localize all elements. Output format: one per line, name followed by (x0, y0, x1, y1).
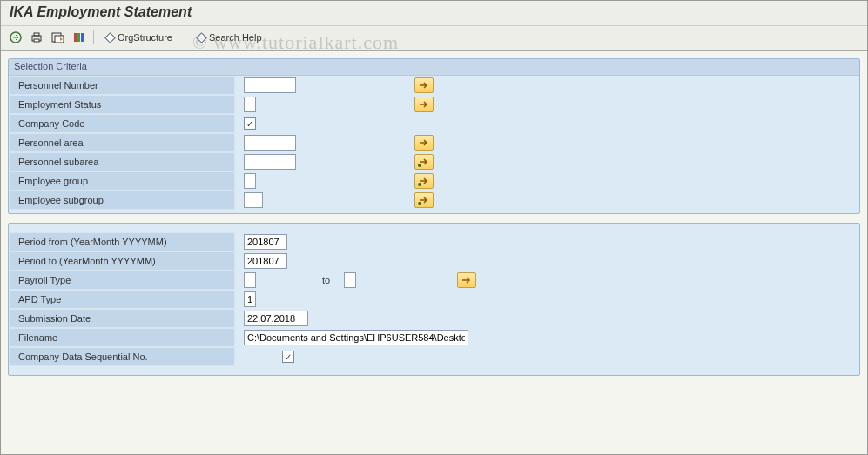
org-structure-button[interactable]: OrgStructure (101, 30, 178, 44)
employee-group-label: Employee group (9, 171, 235, 191)
execute-icon[interactable] (8, 30, 24, 45)
company-code-checkbox[interactable]: ✓ (244, 117, 256, 130)
variant-icon[interactable] (50, 30, 65, 45)
personnel-subarea-input[interactable] (244, 154, 296, 170)
selection-icon[interactable] (71, 30, 86, 45)
period-from-input[interactable] (244, 234, 287, 250)
personnel-subarea-multi-button[interactable] (414, 154, 434, 170)
arrow-right-icon (461, 276, 472, 284)
personnel-area-input[interactable] (244, 135, 296, 151)
search-help-label: Search Help (209, 32, 262, 43)
parameters-group: Period from (YearMonth YYYYMM) Period to… (8, 223, 860, 376)
row-submission-date: Submission Date (9, 309, 859, 328)
submission-date-input[interactable] (244, 311, 308, 326)
company-seq-label: Company Data Sequential No. (9, 347, 235, 366)
row-company-code: Company Code ✓ (9, 114, 859, 133)
employee-group-input[interactable] (244, 173, 256, 189)
diamond-icon (104, 32, 116, 43)
period-to-label: Period to (YearMonth YYYYMM) (9, 251, 235, 271)
payroll-type-to-label: to (322, 275, 330, 285)
svg-rect-7 (77, 33, 80, 42)
selection-criteria-group: Selection Criteria Personnel Number Empl… (8, 58, 860, 214)
row-filename: Filename (9, 328, 859, 347)
row-employee-group: Employee group (9, 171, 859, 191)
period-to-input[interactable] (244, 253, 287, 269)
employee-subgroup-multi-button[interactable] (414, 192, 434, 208)
row-period-from: Period from (YearMonth YYYYMM) (9, 232, 859, 251)
svg-rect-8 (81, 33, 84, 42)
arrow-right-icon (419, 157, 429, 166)
row-payroll-type: Payroll Type to (9, 271, 859, 290)
employment-status-input[interactable] (244, 97, 256, 112)
personnel-number-input[interactable] (244, 77, 296, 93)
company-seq-checkbox[interactable]: ✓ (282, 351, 294, 363)
selection-criteria-title: Selection Criteria (9, 59, 859, 76)
search-help-button[interactable]: Search Help (192, 30, 267, 44)
payroll-type-label: Payroll Type (9, 271, 235, 290)
row-apd-type: APD Type (9, 290, 859, 309)
svg-rect-6 (74, 33, 77, 42)
arrow-right-icon (419, 138, 429, 147)
arrow-right-icon (419, 81, 429, 90)
svg-rect-3 (34, 39, 39, 42)
row-company-seq: Company Data Sequential No. ✓ (9, 347, 859, 366)
arrow-right-icon (419, 100, 429, 109)
payroll-type-input[interactable] (244, 272, 256, 288)
company-code-label: Company Code (9, 114, 235, 133)
personnel-area-label: Personnel area (9, 133, 235, 152)
toolbar-separator (93, 30, 94, 44)
svg-rect-2 (34, 33, 39, 36)
personnel-number-label: Personnel Number (9, 76, 235, 95)
personnel-area-multi-button[interactable] (414, 135, 434, 151)
row-personnel-number: Personnel Number (9, 76, 859, 95)
row-personnel-area: Personnel area (9, 133, 859, 152)
employment-status-multi-button[interactable] (414, 97, 434, 112)
toolbar-separator (185, 30, 185, 44)
toolbar: OrgStructure Search Help (1, 26, 867, 51)
personnel-number-multi-button[interactable] (414, 77, 434, 93)
employee-subgroup-label: Employee subgroup (9, 191, 235, 210)
payroll-type-to-input[interactable] (344, 272, 356, 288)
filename-input[interactable] (244, 330, 468, 345)
arrow-right-icon (419, 177, 429, 185)
filename-label: Filename (9, 328, 235, 347)
print-icon[interactable] (29, 30, 44, 45)
title-bar: IKA Employment Statement (1, 1, 867, 26)
apd-type-label: APD Type (9, 290, 235, 309)
personnel-subarea-label: Personnel subarea (9, 152, 235, 171)
row-employment-status: Employment Status (9, 95, 859, 114)
submission-date-label: Submission Date (9, 309, 235, 328)
period-from-label: Period from (YearMonth YYYYMM) (9, 232, 235, 251)
row-employee-subgroup: Employee subgroup (9, 191, 859, 210)
page-title: IKA Employment Statement (10, 4, 192, 19)
diamond-icon (196, 32, 207, 43)
row-personnel-subarea: Personnel subarea (9, 152, 859, 171)
org-structure-label: OrgStructure (118, 32, 172, 43)
row-period-to: Period to (YearMonth YYYYMM) (9, 251, 859, 271)
payroll-type-multi-button[interactable] (457, 272, 476, 288)
employee-subgroup-input[interactable] (244, 192, 263, 208)
employment-status-label: Employment Status (9, 95, 235, 114)
arrow-right-icon (419, 196, 429, 204)
apd-type-input[interactable] (244, 291, 256, 307)
content-area: Selection Criteria Personnel Number Empl… (1, 51, 867, 391)
employee-group-multi-button[interactable] (414, 173, 434, 189)
